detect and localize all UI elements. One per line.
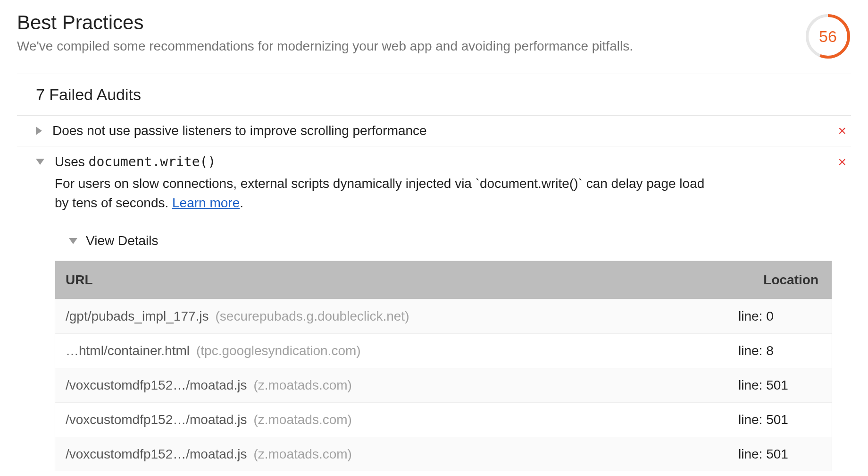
table-header-row: URL Location [55, 261, 832, 299]
url-host: (securepubads.g.doubleclick.net) [216, 309, 409, 324]
url-host: (z.moatads.com) [253, 412, 352, 427]
location-value: line: 0 [738, 309, 774, 324]
location-value: line: 501 [738, 412, 788, 427]
details-table: URL Location /gpt/pubads_impl_177.js(sec… [55, 261, 832, 471]
column-header-url: URL [55, 261, 728, 299]
table-row: /voxcustomdfp152…/moatad.js(z.moatads.co… [55, 368, 832, 402]
url-path: /voxcustomdfp152…/moatad.js [66, 447, 247, 462]
score-value: 56 [805, 13, 851, 60]
table-row: …html/container.html(tpc.googlesyndicati… [55, 333, 832, 368]
chevron-down-icon [36, 159, 44, 165]
audit-toggle[interactable]: Does not use passive listeners to improv… [17, 116, 851, 146]
url-path: …html/container.html [66, 343, 190, 358]
url-path: /voxcustomdfp152…/moatad.js [66, 412, 247, 427]
audit-title: Uses document.write() [55, 154, 838, 170]
url-path: /voxcustomdfp152…/moatad.js [66, 378, 247, 393]
view-details-toggle[interactable]: View Details [55, 224, 832, 261]
table-row: /voxcustomdfp152…/moatad.js(z.moatads.co… [55, 437, 832, 471]
chevron-down-icon [69, 238, 77, 244]
audit-title: Does not use passive listeners to improv… [52, 123, 838, 138]
audit-item: Does not use passive listeners to improv… [17, 116, 851, 146]
fail-icon: × [838, 124, 851, 138]
audit-item: Uses document.write() × For users on slo… [17, 146, 851, 471]
url-host: (z.moatads.com) [253, 447, 352, 462]
table-row: /voxcustomdfp152…/moatad.js(z.moatads.co… [55, 402, 832, 437]
fail-icon: × [838, 155, 851, 169]
audit-description: For users on slow connections, external … [55, 174, 715, 212]
location-value: line: 501 [738, 447, 788, 462]
url-host: (tpc.googlesyndication.com) [196, 343, 361, 358]
category-title: Best Practices [17, 11, 786, 34]
category-header: Best Practices We've compiled some recom… [17, 11, 851, 74]
failed-audits-heading: 7 Failed Audits [17, 74, 851, 116]
url-path: /gpt/pubads_impl_177.js [66, 309, 209, 324]
location-value: line: 501 [738, 378, 788, 393]
score-gauge: 56 [805, 13, 851, 60]
audit-toggle[interactable]: Uses document.write() × [17, 146, 851, 177]
category-subtitle: We've compiled some recommendations for … [17, 37, 786, 55]
chevron-right-icon [36, 127, 42, 135]
learn-more-link[interactable]: Learn more [172, 196, 240, 210]
url-host: (z.moatads.com) [253, 378, 352, 393]
table-row: /gpt/pubads_impl_177.js(securepubads.g.d… [55, 299, 832, 333]
column-header-location: Location [728, 261, 832, 299]
location-value: line: 8 [738, 343, 774, 358]
